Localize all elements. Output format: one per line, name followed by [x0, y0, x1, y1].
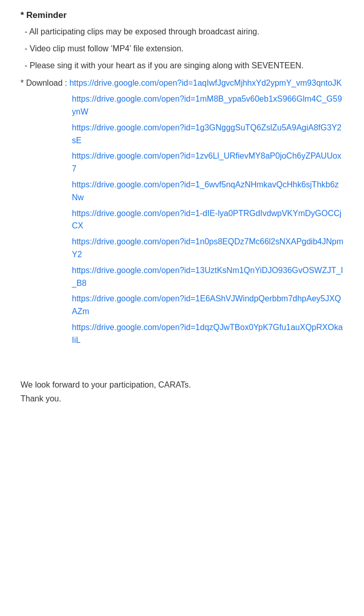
- download-row-5: https://drive.google.com/open?id=1-dIE-l…: [72, 207, 343, 233]
- download-section: * Download : https://drive.google.com/op…: [21, 77, 343, 346]
- download-link-3[interactable]: https://drive.google.com/open?id=1zv6Ll_…: [72, 151, 341, 173]
- bullet-item-2: - Video clip must follow ‘MP4’ file exte…: [25, 43, 343, 55]
- download-row-4: https://drive.google.com/open?id=1_6wvf5…: [72, 179, 343, 204]
- download-link-8[interactable]: https://drive.google.com/open?id=1E6AShV…: [72, 294, 341, 316]
- download-row-1: https://drive.google.com/open?id=1mM8B_y…: [72, 93, 343, 119]
- download-link-7[interactable]: https://drive.google.com/open?id=13UztKs…: [72, 266, 343, 287]
- download-link-2[interactable]: https://drive.google.com/open?id=1g3GNgg…: [72, 123, 341, 145]
- download-link-5[interactable]: https://drive.google.com/open?id=1-dIE-l…: [72, 209, 341, 230]
- download-row-9: https://drive.google.com/open?id=1dqzQJw…: [72, 321, 343, 347]
- download-link-1[interactable]: https://drive.google.com/open?id=1mM8B_y…: [72, 94, 342, 116]
- download-row-3: https://drive.google.com/open?id=1zv6Ll_…: [72, 150, 343, 176]
- download-link-0[interactable]: https://drive.google.com/open?id=1aqIwfJ…: [69, 79, 342, 87]
- download-row-7: https://drive.google.com/open?id=13UztKs…: [72, 264, 343, 290]
- footer-line-1: We look forward to your participation, C…: [21, 378, 343, 392]
- footer-line-2: Thank you.: [21, 392, 343, 406]
- content-wrapper: * Reminder - All participating clips may…: [21, 10, 343, 406]
- download-link-9[interactable]: https://drive.google.com/open?id=1dqzQJw…: [72, 323, 343, 344]
- download-row-8: https://drive.google.com/open?id=1E6AShV…: [72, 293, 343, 318]
- download-label: * Download :: [21, 79, 67, 87]
- download-link-6[interactable]: https://drive.google.com/open?id=1n0ps8E…: [72, 237, 343, 259]
- reminder-title: * Reminder: [21, 10, 343, 21]
- bullet-item-1: - All participating clips may be exposed…: [25, 26, 343, 38]
- footer-section: We look forward to your participation, C…: [21, 378, 343, 406]
- bullet-item-3: - Please sing it with your heart as if y…: [25, 60, 343, 72]
- download-row-6: https://drive.google.com/open?id=1n0ps8E…: [72, 236, 343, 261]
- download-row-2: https://drive.google.com/open?id=1g3GNgg…: [72, 122, 343, 147]
- download-first-row: * Download : https://drive.google.com/op…: [21, 77, 343, 90]
- download-link-4[interactable]: https://drive.google.com/open?id=1_6wvf5…: [72, 180, 339, 202]
